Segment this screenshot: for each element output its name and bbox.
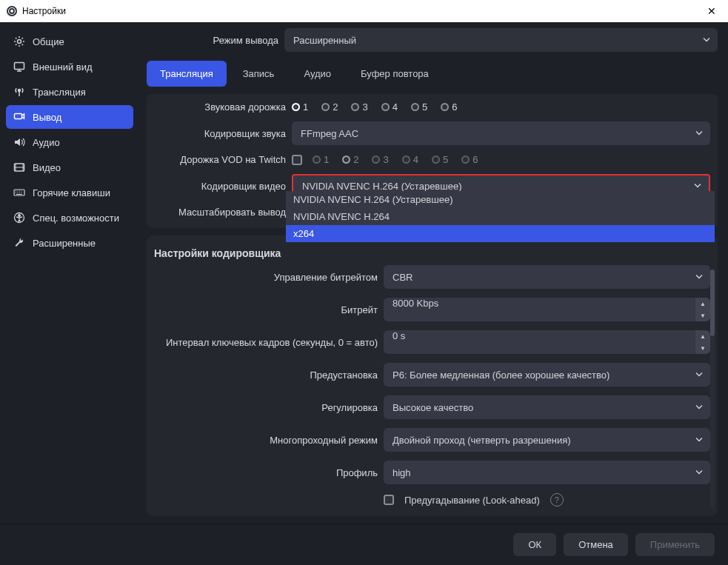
audio-encoder-value: FFmpeg AAC	[301, 128, 358, 139]
keyboard-icon	[13, 187, 25, 198]
preset-select[interactable]: P6: Более медленная (более хорошее качес…	[384, 363, 710, 387]
svg-point-5	[19, 90, 21, 92]
multipass-select[interactable]: Двойной проход (четверть разрешения)	[384, 428, 710, 452]
vod-track-3[interactable]: 3	[372, 154, 388, 165]
chevron-down-icon	[703, 35, 710, 46]
sidebar-label: Видео	[33, 162, 61, 173]
sidebar-item-advanced[interactable]: Расширенные	[6, 231, 133, 255]
svg-rect-6	[15, 114, 22, 119]
window-title: Настройки	[22, 6, 66, 16]
vod-track-5[interactable]: 5	[432, 154, 448, 165]
audio-track-5[interactable]: 5	[411, 101, 427, 113]
sidebar-item-accessibility[interactable]: Спец. возможности	[6, 206, 133, 230]
footer: ОК Отмена Применить	[0, 524, 728, 565]
audio-track-4[interactable]: 4	[381, 101, 398, 113]
audio-track-6[interactable]: 6	[441, 101, 457, 113]
audio-encoder-label: Кодировщик звука	[154, 128, 286, 139]
rate-control-select[interactable]: CBR	[384, 265, 710, 289]
accessibility-icon	[13, 212, 25, 224]
encoder-option-nvenc[interactable]: NVIDIA NVENC H.264	[286, 208, 715, 225]
audio-track-group: 1 2 3 4 5 6	[292, 101, 457, 113]
sidebar-item-hotkeys[interactable]: Горячие клавиши	[6, 181, 133, 204]
spinner-down-icon[interactable]: ▼	[695, 310, 710, 321]
output-tabs: Трансляция Запись Аудио Буфер повтора	[147, 61, 718, 87]
svg-point-10	[19, 215, 21, 217]
encoder-section-title: Настройки кодировщика	[147, 243, 718, 265]
ok-button[interactable]: ОК	[513, 533, 556, 556]
bitrate-input[interactable]: 8000 Kbps	[384, 298, 698, 321]
tuning-label: Регулировка	[154, 402, 378, 413]
audio-track-label: Звуковая дорожка	[154, 101, 286, 113]
sidebar-item-output[interactable]: Вывод	[6, 105, 133, 129]
keyframe-spinner[interactable]: ▲▼	[695, 330, 710, 354]
apply-button[interactable]: Применить	[635, 533, 715, 556]
help-icon[interactable]: ?	[550, 493, 564, 507]
tuning-select[interactable]: Высокое качество	[384, 395, 710, 419]
vod-track-6[interactable]: 6	[461, 154, 478, 165]
vod-track-group: 1 2 3 4 5 6	[313, 154, 478, 165]
sidebar-item-stream[interactable]: Трансляция	[6, 80, 133, 104]
main-panel: Режим вывода Расширенный Трансляция Запи…	[139, 22, 728, 524]
output-icon	[13, 111, 25, 123]
multipass-label: Многопроходный режим	[154, 435, 378, 446]
gear-icon	[13, 36, 25, 47]
profile-select[interactable]: high	[384, 461, 710, 484]
output-mode-label: Режим вывода	[147, 35, 278, 46]
chevron-down-icon	[695, 467, 703, 478]
sidebar-label: Аудио	[33, 137, 60, 148]
rescale-label: Масштабировать вывод	[154, 207, 286, 218]
profile-label: Профиль	[154, 467, 378, 478]
keyframe-input[interactable]: 0 s	[384, 330, 698, 354]
sidebar-label: Трансляция	[33, 87, 86, 98]
sidebar-label: Расширенные	[33, 238, 96, 249]
sidebar-label: Спец. возможности	[33, 213, 119, 224]
sidebar-label: Горячие клавиши	[33, 187, 110, 198]
audio-encoder-select[interactable]: FFmpeg AAC	[292, 121, 710, 145]
spinner-up-icon[interactable]: ▲	[695, 298, 710, 310]
audio-track-1[interactable]: 1	[292, 101, 308, 113]
sidebar-item-general[interactable]: Общие	[6, 30, 133, 53]
settings-window: Настройки ✕ Общие Внешний вид Трансляция…	[0, 0, 728, 565]
vod-track-4[interactable]: 4	[402, 154, 418, 165]
svg-rect-4	[15, 63, 24, 70]
scrollbar-thumb[interactable]	[710, 270, 715, 336]
svg-point-3	[18, 40, 21, 44]
tab-replay-buffer[interactable]: Буфер повтора	[347, 61, 442, 87]
panel-scrollbar[interactable]	[710, 270, 715, 509]
sidebar: Общие Внешний вид Трансляция Вывод Аудио…	[0, 22, 139, 524]
chevron-down-icon	[695, 435, 703, 446]
tab-recording[interactable]: Запись	[230, 61, 288, 87]
video-encoder-value: NVIDIA NVENC H.264 (Устаревшее)	[302, 181, 462, 192]
video-encoder-dropdown: NVIDIA NVENC H.264 (Устаревшее) NVIDIA N…	[286, 191, 715, 242]
audio-track-3[interactable]: 3	[351, 101, 367, 113]
encoder-option-nvenc-legacy[interactable]: NVIDIA NVENC H.264 (Устаревшее)	[286, 191, 715, 208]
sidebar-item-appearance[interactable]: Внешний вид	[6, 55, 133, 78]
obs-icon	[6, 5, 18, 17]
lookahead-checkbox[interactable]	[384, 495, 394, 505]
spinner-down-icon[interactable]: ▼	[695, 342, 710, 354]
sidebar-item-video[interactable]: Видео	[6, 156, 133, 179]
sidebar-label: Внешний вид	[33, 61, 93, 73]
bitrate-spinner[interactable]: ▲▼	[695, 298, 710, 321]
audio-track-2[interactable]: 2	[321, 101, 338, 113]
vod-track-checkbox[interactable]	[292, 155, 302, 165]
chevron-down-icon	[695, 128, 703, 139]
close-button[interactable]: ✕	[701, 5, 722, 17]
encoder-settings-panel: Настройки кодировщика Управление битрейт…	[147, 235, 718, 516]
output-mode-select[interactable]: Расширенный	[284, 28, 718, 52]
speaker-icon	[13, 136, 25, 148]
encoder-option-x264[interactable]: x264	[286, 225, 715, 242]
chevron-down-icon	[695, 402, 703, 413]
titlebar: Настройки ✕	[0, 0, 728, 22]
video-icon	[13, 161, 25, 173]
vod-track-2[interactable]: 2	[342, 154, 358, 165]
wrench-icon	[13, 237, 25, 249]
vod-track-1[interactable]: 1	[313, 154, 329, 165]
spinner-up-icon[interactable]: ▲	[695, 330, 710, 342]
chevron-down-icon	[695, 370, 703, 381]
tab-streaming[interactable]: Трансляция	[147, 61, 227, 87]
cancel-button[interactable]: Отмена	[564, 533, 628, 556]
output-mode-value: Расширенный	[293, 35, 356, 46]
tab-audio[interactable]: Аудио	[290, 61, 344, 87]
sidebar-item-audio[interactable]: Аудио	[6, 130, 133, 154]
